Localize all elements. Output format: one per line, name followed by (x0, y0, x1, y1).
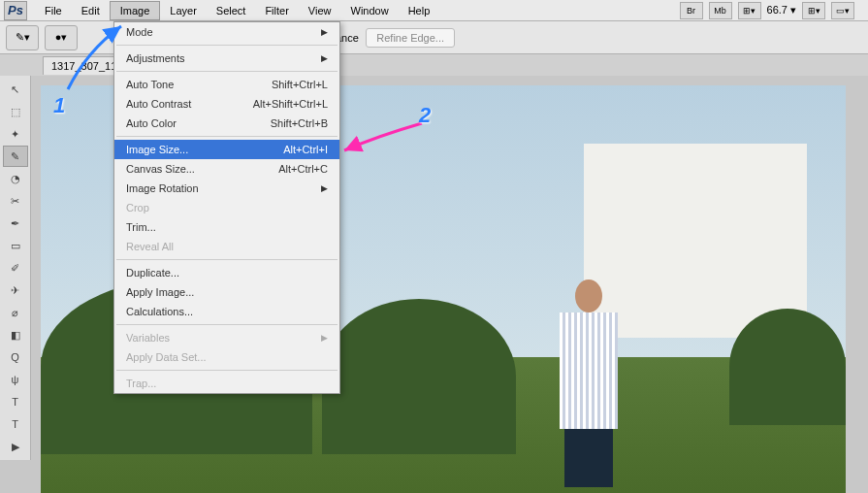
menu-item-label: Auto Contrast (126, 98, 191, 110)
menubar-right: Br Mb ⊞▾ 66.7 ▾ ⊞▾ ▭▾ (680, 2, 864, 19)
menu-image[interactable]: Image (110, 1, 161, 20)
image-person (545, 279, 632, 483)
menu-item-label: Duplicate... (126, 267, 179, 279)
submenu-arrow-icon: ▶ (321, 333, 328, 343)
menu-item-label: Variables (126, 332, 170, 344)
menu-item-label: Mode (126, 26, 153, 38)
menu-item-crop: Crop (114, 198, 339, 217)
image-bush (322, 299, 516, 454)
menu-item-label: Auto Color (126, 117, 177, 129)
menu-item-variables: Variables▶ (114, 328, 339, 347)
pen-tool-icon[interactable]: T (3, 391, 28, 412)
menu-item-label: Reveal All (126, 241, 174, 252)
menu-item-calculations[interactable]: Calculations... (114, 302, 339, 321)
menu-item-trap: Trap... (114, 374, 339, 393)
brush-tool-icon[interactable]: ▭ (3, 235, 28, 256)
menu-item-apply-data-set: Apply Data Set... (114, 347, 339, 367)
ps-logo: Ps (4, 1, 27, 20)
workspace-icon[interactable]: ▭▾ (831, 2, 854, 19)
eraser-tool-icon[interactable]: ⌀ (3, 302, 28, 323)
menu-item-image-size[interactable]: Image Size...Alt+Ctrl+I (114, 140, 339, 159)
lasso-tool-icon[interactable]: ✦ (3, 123, 28, 145)
menu-separator (116, 136, 338, 137)
blur-tool-icon[interactable]: Q (3, 346, 28, 368)
menu-item-label: Apply Data Set... (126, 351, 207, 363)
menubar: Ps File Edit Image Layer Select Filter V… (0, 0, 868, 21)
menu-item-label: Crop (126, 202, 149, 214)
tools-panel: ↖ ⬚ ✦ ✎ ◔ ✂ ✒ ▭ ✐ ✈ ⌀ ◧ Q ψ T T ▶ (0, 76, 31, 460)
menu-layer[interactable]: Layer (160, 2, 207, 19)
menu-help[interactable]: Help (399, 2, 440, 19)
minibridge-icon[interactable]: Mb (709, 2, 732, 19)
menu-item-label: Canvas Size... (126, 163, 195, 175)
tool-preset-icon[interactable]: ✎▾ (6, 25, 39, 50)
menu-item-auto-tone[interactable]: Auto ToneShift+Ctrl+L (114, 75, 339, 94)
menu-shortcut: Alt+Ctrl+C (278, 163, 328, 175)
menu-item-canvas-size[interactable]: Canvas Size...Alt+Ctrl+C (114, 159, 339, 179)
menu-item-duplicate[interactable]: Duplicate... (114, 263, 339, 282)
menu-item-label: Adjustments (126, 52, 185, 64)
path-select-tool-icon[interactable]: ▶ (3, 436, 28, 457)
image-menu-dropdown: Mode▶Adjustments▶Auto ToneShift+Ctrl+LAu… (113, 21, 340, 394)
menu-item-label: Apply Image... (126, 286, 194, 298)
stamp-tool-icon[interactable]: ✐ (3, 257, 28, 279)
menu-file[interactable]: File (35, 2, 72, 19)
bridge-icon[interactable]: Br (680, 2, 703, 19)
menu-item-mode[interactable]: Mode▶ (114, 22, 339, 42)
menu-separator (116, 324, 338, 325)
type-tool-icon[interactable]: T (3, 413, 28, 435)
refine-edge-button[interactable]: Refine Edge... (366, 28, 455, 48)
menu-shortcut: Alt+Shift+Ctrl+L (253, 98, 328, 110)
menu-separator (116, 370, 338, 371)
menu-item-label: Image Rotation (126, 182, 199, 194)
screen-mode-icon[interactable]: ⊞▾ (738, 2, 761, 19)
submenu-arrow-icon: ▶ (321, 53, 328, 63)
menu-item-label: Trap... (126, 378, 156, 389)
crop-tool-icon[interactable]: ◔ (3, 168, 28, 189)
marquee-tool-icon[interactable]: ⬚ (3, 101, 28, 122)
menu-edit[interactable]: Edit (72, 2, 110, 19)
annotation-number-2: 2 (419, 103, 431, 128)
menu-item-label: Calculations... (126, 306, 193, 317)
menu-item-trim[interactable]: Trim... (114, 217, 339, 237)
menu-separator (116, 71, 338, 72)
gradient-tool-icon[interactable]: ◧ (3, 324, 28, 345)
menu-item-apply-image[interactable]: Apply Image... (114, 282, 339, 302)
submenu-arrow-icon: ▶ (321, 27, 328, 37)
menu-item-label: Trim... (126, 221, 156, 233)
menu-view[interactable]: View (299, 2, 341, 19)
quick-select-tool-icon[interactable]: ✎ (3, 146, 28, 167)
image-bush (729, 309, 846, 425)
dodge-tool-icon[interactable]: ψ (3, 369, 28, 390)
eyedropper-tool-icon[interactable]: ✂ (3, 190, 28, 212)
menu-item-label: Auto Tone (126, 79, 174, 90)
menu-separator (116, 259, 338, 260)
menu-item-label: Image Size... (126, 144, 188, 155)
menu-filter[interactable]: Filter (255, 2, 298, 19)
arrange-icon[interactable]: ⊞▾ (802, 2, 825, 19)
healing-tool-icon[interactable]: ✒ (3, 213, 28, 234)
menu-shortcut: Shift+Ctrl+B (271, 117, 328, 129)
zoom-level[interactable]: 66.7 ▾ (767, 4, 796, 16)
submenu-arrow-icon: ▶ (321, 183, 328, 193)
menu-shortcut: Shift+Ctrl+L (272, 79, 328, 90)
brush-preset-icon[interactable]: ●▾ (45, 25, 78, 50)
move-tool-icon[interactable]: ↖ (3, 79, 28, 100)
menu-item-image-rotation[interactable]: Image Rotation▶ (114, 179, 339, 198)
menu-item-auto-contrast[interactable]: Auto ContrastAlt+Shift+Ctrl+L (114, 94, 339, 114)
menu-separator (116, 45, 338, 46)
annotation-number-1: 1 (53, 93, 65, 118)
menu-select[interactable]: Select (207, 2, 256, 19)
menu-shortcut: Alt+Ctrl+I (283, 144, 328, 155)
menu-item-adjustments[interactable]: Adjustments▶ (114, 49, 339, 68)
menu-item-reveal-all: Reveal All (114, 237, 339, 256)
menu-window[interactable]: Window (341, 2, 399, 19)
menu-item-auto-color[interactable]: Auto ColorShift+Ctrl+B (114, 114, 339, 133)
history-brush-tool-icon[interactable]: ✈ (3, 279, 28, 301)
